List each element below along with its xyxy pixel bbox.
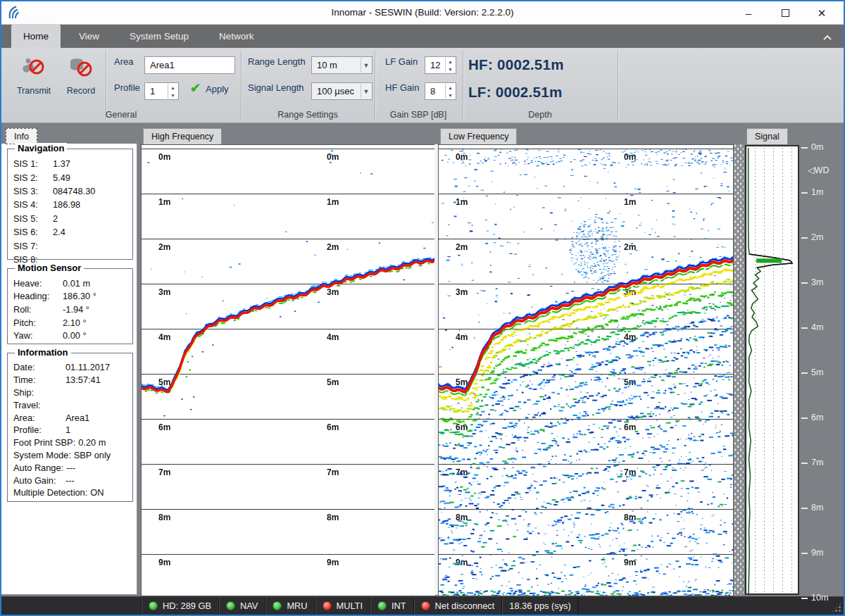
depth-scale: 0m1m2m3m4m5m6m7m8m9m10m◁WD <box>799 123 844 609</box>
info-row-value: Area1 <box>65 413 89 423</box>
lf-gain-stepper[interactable]: 12 ▲▼ <box>425 56 456 74</box>
group-label-range: Range Settings <box>251 110 364 120</box>
dropdown-arrow-icon[interactable]: ▼ <box>361 58 371 73</box>
info-row-label: System Mode: <box>13 450 71 460</box>
dropdown-arrow-icon[interactable]: ▼ <box>361 84 371 99</box>
depth-tick-label: 6m <box>811 413 823 422</box>
depth-tick-label: 7m <box>811 458 823 467</box>
hf-depth-readout: HF: 0002.51m <box>468 56 564 73</box>
info-row-value: 084748.30 <box>53 186 96 196</box>
spin-up-icon[interactable]: ▲ <box>168 84 177 92</box>
info-row: Auto Gain:--- <box>13 474 131 486</box>
info-row-label: Date: <box>13 362 63 372</box>
profile-label: Profile <box>114 82 140 93</box>
status-item-int: INT <box>370 597 413 615</box>
status-item-mru: MRU <box>265 597 314 615</box>
info-row-value: ON <box>90 487 104 498</box>
info-row: SIS 1:1.37 <box>13 157 131 170</box>
profile-spin-arrows[interactable]: ▲▼ <box>168 84 177 99</box>
info-row: System Mode:SBP only <box>13 449 131 462</box>
info-row: Heading:186.30 ° <box>13 290 131 303</box>
ribbon-separator <box>618 51 618 120</box>
ribbon-tab-network[interactable]: Network <box>207 25 266 48</box>
status-item-label: MRU <box>287 601 307 611</box>
depth-tick <box>801 192 808 194</box>
depth-tick <box>801 327 808 329</box>
status-item-label: Net disconnect <box>435 601 495 611</box>
profile-stepper[interactable]: 1 ▲▼ <box>144 82 179 100</box>
info-row: Time:13:57:41 <box>13 374 131 386</box>
lf-gain-spin-arrows[interactable]: ▲▼ <box>445 58 455 73</box>
info-row-value: 0.01 m <box>63 278 90 289</box>
apply-button[interactable]: Apply <box>206 84 229 94</box>
spin-up-icon[interactable]: ▲ <box>446 84 455 92</box>
info-row: SIS 3:084748.30 <box>13 184 131 198</box>
ribbon-separator <box>241 51 242 120</box>
depth-tick-label: 4m <box>811 322 823 332</box>
minimize-button[interactable]: – <box>738 6 759 21</box>
hf-gain-spin-arrows[interactable]: ▲▼ <box>445 84 455 99</box>
signal-length-dropdown[interactable]: 100 µsec ▼ <box>311 82 373 100</box>
tab-high-frequency[interactable]: High Frequency <box>143 128 222 144</box>
signal-trace-view[interactable] <box>745 145 799 595</box>
information-groupbox: Information Date:01.11.2017Time:13:57:41… <box>7 353 133 502</box>
info-row: Area:Area1 <box>13 411 131 424</box>
ribbon-tab-system-setup[interactable]: System Setup <box>118 25 201 48</box>
info-row: Travel: <box>13 398 131 411</box>
range-length-label: Range Length <box>248 56 306 67</box>
tab-low-frequency[interactable]: Low Frequency <box>440 128 517 144</box>
record-off-icon <box>68 56 94 82</box>
info-row: Foot Print SBP:0.20 m <box>13 436 131 449</box>
hf-gain-value: 8 <box>430 86 435 96</box>
ribbon-collapse-button[interactable] <box>822 31 835 41</box>
info-row-label: Time: <box>13 375 63 385</box>
info-row-label: Auto Gain: <box>13 475 63 486</box>
signal-panel <box>745 145 799 595</box>
info-row-value: 0.00 ° <box>63 330 87 341</box>
maximize-button[interactable] <box>775 6 796 21</box>
spin-down-icon[interactable]: ▼ <box>446 92 455 99</box>
spin-down-icon[interactable]: ▼ <box>168 92 177 99</box>
info-row: Auto Range:--- <box>13 461 131 474</box>
status-item-label: NAV <box>240 601 258 611</box>
ribbon-tab-view[interactable]: View <box>67 25 111 48</box>
seswin-window: Innomar - SESWIN (Build: Version: 2.2.2.… <box>0 0 845 616</box>
info-row: Roll:-1.94 ° <box>13 303 131 316</box>
transmit-label: Transmit <box>17 86 51 96</box>
ribbon: Transmit Record Area Area1 Profile 1 ▲▼ … <box>1 48 844 123</box>
hf-gain-stepper[interactable]: 8 ▲▼ <box>425 82 456 100</box>
info-row-value: 2 <box>53 213 58 224</box>
information-title: Information <box>15 347 71 358</box>
transmit-off-icon <box>20 56 47 82</box>
info-row-label: Auto Range: <box>13 463 63 473</box>
depth-tick-label: 0m <box>811 142 823 152</box>
depth-tick <box>801 147 808 149</box>
spin-up-icon[interactable]: ▲ <box>446 58 455 65</box>
apply-check-icon[interactable]: ✔ <box>190 80 201 96</box>
info-row-value: --- <box>66 463 75 473</box>
info-row-value: --- <box>65 475 75 486</box>
info-row-label: Area: <box>13 413 63 423</box>
tab-info[interactable]: Info <box>6 128 37 144</box>
info-row-value: 2.4 <box>53 227 65 237</box>
range-length-dropdown[interactable]: 10 m ▼ <box>311 56 373 74</box>
close-button[interactable]: ✕ <box>811 6 832 21</box>
navigation-title: Navigation <box>15 143 67 153</box>
lf-echogram-view[interactable] <box>439 145 733 596</box>
spin-down-icon[interactable]: ▼ <box>446 65 455 73</box>
ribbon-tab-home[interactable]: Home <box>11 25 61 48</box>
transmit-button[interactable]: Transmit <box>8 52 59 100</box>
ribbon-tab-strip: HomeViewSystem SetupNetwork <box>1 25 844 48</box>
panel-splitter[interactable] <box>734 144 744 595</box>
record-label: Record <box>67 86 95 96</box>
area-label: Area <box>114 56 133 67</box>
info-row: Multiple Detection:ON <box>13 486 131 499</box>
depth-tick <box>801 237 808 239</box>
record-button[interactable]: Record <box>59 52 103 100</box>
tab-signal[interactable]: Signal <box>746 128 788 144</box>
area-input[interactable]: Area1 <box>144 56 235 74</box>
hf-echogram-view[interactable] <box>142 145 435 596</box>
motion-sensor-groupbox: Motion Sensor Heave:0.01 mHeading:186.30… <box>7 268 133 344</box>
resize-grip[interactable] <box>832 603 841 612</box>
water-depth-marker: ◁WD <box>808 165 829 175</box>
